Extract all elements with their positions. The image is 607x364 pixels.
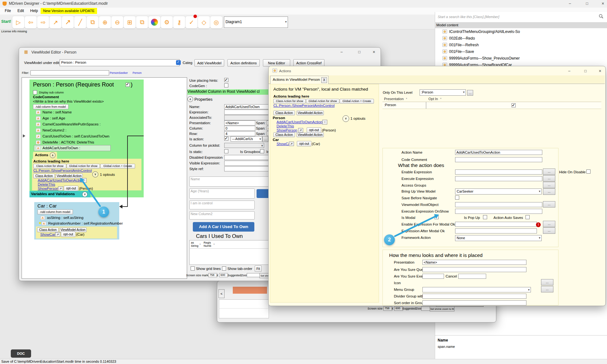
grid-row-bg[interactable] [382,102,601,109]
is-action-checkbox[interactable] [224,137,228,141]
prop-expression-input[interactable] [224,110,271,115]
bring-up-ellipsis-button[interactable]: ... [543,188,555,195]
autoform-window-icon[interactable]: ⊞ [123,16,136,29]
delete-this-link[interactable]: DeleteThis [277,124,294,128]
show-person-link[interactable]: ShowPerson [277,128,297,132]
cancel-verb-input[interactable] [458,274,486,279]
run-window-icon[interactable]: ⧉ [136,16,148,29]
is-action-select[interactable]: ---AddACarIUs [231,136,262,142]
enable-modal-ellipsis-button[interactable]: ... [543,221,555,227]
action-crossref-button[interactable]: Action CrossRef [293,59,324,67]
start-label[interactable]: Start! [1,20,11,24]
show-tab-order-checkbox[interactable] [222,266,226,271]
preview-age-field[interactable]: Age (Years) [189,188,255,199]
global-action-for-show-button[interactable]: Global Action for show [306,99,339,104]
menu-file[interactable]: File [5,9,11,13]
screen-width-input[interactable]: 758 [208,273,217,277]
menu-presentation-input[interactable]: <Name> [422,260,526,265]
vm-column[interactable]: CamelCaseMeansWePutInSpaces : [42,122,101,126]
prop-row-input[interactable]: 4 [224,131,255,136]
viewmodel-action-button[interactable]: ViewModel Action [297,111,324,115]
disabled-expression-input[interactable] [224,155,273,160]
after-modal-ellipsis-button[interactable]: ... [543,227,555,234]
onshow-input[interactable] [455,209,542,214]
global-action-create-button[interactable]: Global Action + Create [340,99,374,104]
optouts-expand-icon[interactable]: ∨ [92,171,98,177]
diagram-selector[interactable]: Diagram1 [224,16,288,28]
variables-expand-icon[interactable]: ∨ [82,192,88,197]
color-wheel-icon[interactable] [148,16,161,29]
nav-small-icon[interactable]: ↗ [289,142,294,146]
action-detail-icon[interactable]: ▫ [322,120,327,125]
class-action-button[interactable]: Class Action [33,174,55,178]
vm-column[interactable]: NewColumn2 : [42,128,66,132]
add-column-from-model-button[interactable]: Add column from model [37,209,73,214]
nav-back-button[interactable]: < [219,289,225,298]
pattern-nodes-icon[interactable]: ◇ [198,16,210,29]
nav-small-icon[interactable]: ↗ [58,186,63,191]
enable-modal-input[interactable] [455,222,537,227]
set-shrink-zoom-button[interactable]: Set shrink zoom to fit [430,306,454,311]
after-modal-input[interactable] [455,228,537,233]
show-grid-lines-checkbox[interactable] [191,266,195,271]
access-ellipsis-button[interactable]: ... [543,182,555,188]
update-banner[interactable]: New Version available UPDATE [41,8,97,14]
tab-actions-in-viewmodel-person[interactable]: Actions in ViewModel Person X [270,76,329,84]
prop-name-input[interactable]: AddACarIUsedToOwn [224,104,271,109]
code-comment-input[interactable] [455,157,542,162]
person-viewmodel-panel[interactable]: Person : Person (Requires Root ) Display… [29,80,144,197]
add-a-car-action-link[interactable]: AddACarIUsedToOwnAction [277,120,322,124]
settings-gears-icon[interactable]: ⚙ [160,16,173,29]
framework-action-select[interactable]: None [455,235,542,241]
action-name-input[interactable]: AddACarIUsedToOwnAction [455,150,542,155]
new-editor-button[interactable]: New Editor [263,59,290,67]
filter-funnel-icon[interactable]: ▼ [199,243,201,245]
run-play-icon[interactable]: ▷ [12,16,25,29]
prop-column-input[interactable]: 0 [224,126,255,131]
is-static-checkbox[interactable] [224,149,228,153]
class-action-button[interactable]: Class Action [273,132,295,137]
search-input[interactable]: Start a search like this [Class].[Member… [438,15,499,19]
vm-column[interactable]: Age : self.Age [42,116,65,120]
is-popup-checkbox[interactable] [483,215,487,219]
sort-order-input[interactable] [422,300,526,305]
spiral-icon[interactable]: ◎ [210,16,223,29]
cl-person-link[interactable]: CL:Person /ShowPersonIAmInControl [273,104,335,108]
only-level-ellipsis-button[interactable]: ... [467,90,473,96]
vm-column[interactable]: asString : self.asString [47,216,83,220]
vm-rootobject-input[interactable] [455,202,542,207]
menu-help[interactable]: Help [30,9,38,13]
filter-input[interactable] [30,70,109,75]
enable-expression-input[interactable] [455,169,542,175]
vm-root-ellipsis-button[interactable]: ... [543,201,555,208]
actions-minimize-button[interactable]: – [565,69,574,73]
nav-back-icon[interactable]: ⇦ [24,16,37,29]
collapse-up-icon[interactable]: ∧ [50,152,55,158]
preview-control-field[interactable]: I am in control [189,201,255,209]
class-action-for-show-button[interactable]: Class Action for show [273,99,306,104]
opt-out-button[interactable]: opt-out [297,141,311,146]
frame-select-icon[interactable]: ⧉ [86,16,99,29]
prop-presentation-input[interactable]: <Name> [224,120,255,125]
add-column-from-model-button[interactable]: Add column from model [33,104,69,109]
menu-group-select[interactable] [422,287,531,292]
access-person-key-icon[interactable]: ⚷ [173,16,186,29]
seeker-link-person[interactable]: Person [133,71,142,74]
screen-height-input[interactable]: 600 [219,273,228,277]
properties-collapse-icon[interactable]: ∧ [187,96,193,102]
model-item[interactable]: 001File---Refresh [449,43,479,48]
vm-column[interactable]: DeleteMe : ACTION: DeleteThis [42,140,94,144]
dashed-line-icon[interactable]: ╱ [74,16,87,29]
prop-associated-select[interactable] [224,115,271,120]
main-close-button[interactable]: × [598,1,607,6]
class-action-button[interactable]: Class Action [37,227,59,232]
opt-out-button[interactable]: opt-out [307,127,321,133]
divider-group-input[interactable] [422,294,526,299]
nav-forward-icon[interactable]: ⇨ [37,16,49,29]
preview-newcolumn2-field[interactable]: New Column2 [189,211,255,220]
model-item[interactable]: 001File---Save [449,50,474,54]
is-groupbox-checkbox[interactable] [260,149,264,153]
class-action-for-show-button[interactable]: Class Action for show [33,164,66,169]
actions-maximize-button[interactable]: □ [581,69,590,73]
code-comment-hint[interactable]: <Write a line on why this ViewModel exis… [33,99,104,104]
